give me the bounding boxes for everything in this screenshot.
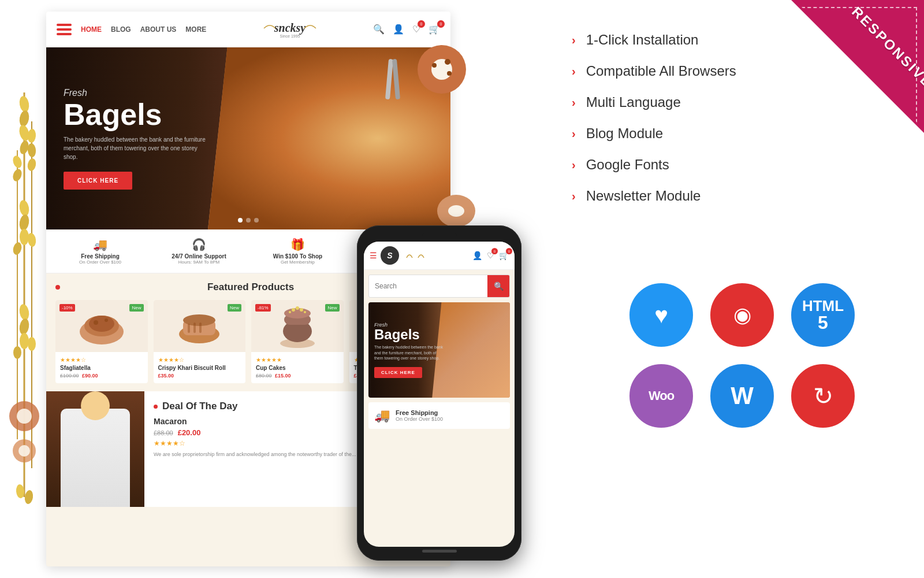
feature-text-6: Newsletter Module [586,188,701,204]
phone-feature-title: Free Shipping [396,409,443,416]
nav-home[interactable]: HOME [81,25,102,34]
tech-icons-grid: ♥ ◉ HTML 5 Woo W ↻ [629,283,855,428]
hero-cta-button[interactable]: CLICK HERE [64,172,132,190]
product-stars-1: ★★★★☆ [60,357,143,363]
tech-icon-html5[interactable]: HTML 5 [791,283,855,347]
camera-notch [422,232,457,238]
baker-body [61,409,130,507]
phone-hamburger-icon[interactable]: ☰ [370,251,377,260]
phone-hero-desc: The bakery huddled between the bank and … [374,344,444,361]
phone-search-input[interactable] [369,277,487,295]
product-stars-3: ★★★★★ [256,357,339,363]
shipping-icon: 🚚 [51,238,150,251]
svg-point-15 [12,242,23,256]
phone-logo-wheat [403,249,469,262]
svg-point-8 [12,168,24,182]
arrow-icon-6: › [572,190,576,203]
feature-text-5: Google Fonts [586,157,669,173]
feature-item-6: › Newsletter Module [572,188,849,204]
feature-text-2: Compatible All Browsers [586,63,736,79]
svg-point-12 [18,199,31,217]
hero-dots [238,218,259,223]
hamburger-button[interactable] [57,24,72,35]
phone-frame: ☰ S 👤 ♡ 0 🛒 0 [357,225,521,561]
hamburger-line [57,28,72,31]
phone-screen: ☰ S 👤 ♡ 0 🛒 0 [364,242,515,547]
bg-pastry-top [416,43,468,95]
svg-point-31 [445,59,450,65]
site-header: HOME BLOG ABOUT US MORE sncksy Since 199… [46,12,450,47]
search-icon[interactable]: 🔍 [373,24,385,35]
feature-text-3: Multi Language [586,94,681,110]
phone-search-button[interactable]: 🔍 [487,275,509,297]
new-price-2: £35.00 [158,373,174,379]
dot-inactive[interactable] [254,218,259,223]
html5-label: HTML 5 [802,298,844,332]
header-icons: 🔍 👤 ♡ 0 🛒 0 [373,24,440,35]
svg-point-55 [296,306,299,310]
nav-more[interactable]: MORE [185,25,206,34]
tech-icon-opencart[interactable]: ◉ [710,283,774,347]
svg-point-21 [28,337,36,351]
tech-icon-woo[interactable]: Woo [629,364,693,428]
svg-point-34 [448,205,464,217]
arrow-icon-3: › [572,96,576,109]
product-card-3[interactable]: -81% New ★★★★★ [251,300,344,383]
old-price-3: £80.00 [256,373,272,379]
tech-icon-prestashop[interactable]: ♥ [629,283,693,347]
nav-about[interactable]: ABOUT US [140,25,177,34]
phone-logo-s: S [381,246,399,265]
feature-win: 🎁 Win $100 To Shop Get Membership [248,238,347,265]
support-icon: 🎧 [150,238,248,251]
hero-content: Fresh Bagels The bakery huddled between … [46,88,208,190]
svg-point-30 [432,63,437,68]
product-price-3: £80.00 £15.00 [256,373,339,379]
svg-point-7 [12,154,24,169]
deal-new-price: £20.00 [178,428,201,437]
svg-point-25 [18,445,30,457]
cart-icon[interactable]: 🛒 0 [429,24,440,35]
phone-hero-title: Bagels [374,328,444,342]
product-badge-1: -10% [59,304,75,312]
svg-point-43 [105,318,108,322]
svg-point-20 [13,346,21,359]
user-icon[interactable]: 👤 [393,24,404,35]
tech-icon-magento[interactable]: ↻ [791,364,855,428]
phone-wishlist-icon[interactable]: ♡ 0 [487,251,494,260]
hero-banner: Fresh Bagels The bakery huddled between … [46,47,450,229]
svg-point-23 [17,409,32,424]
new-price-1: £90.00 [82,373,98,379]
hero-fresh-label: Fresh [64,88,208,98]
win-sub: Get Membership [248,260,347,265]
wishlist-icon[interactable]: ♡ 0 [412,24,420,35]
baker-head [81,391,110,420]
support-sub: Hours: 9AM To 8PM [150,260,248,265]
svg-point-57 [289,311,291,313]
product-card-2[interactable]: New ★★★★☆ Crispy Khari Biscuit Roll [154,300,246,383]
svg-rect-49 [199,323,202,333]
product-card-1[interactable]: -10% New ★★★★☆ Sfagliatella £100.00 [55,300,148,383]
phone-hero-btn[interactable]: CLICK HERE [374,367,422,378]
deal-section-title: Deal Of The Day [162,401,237,412]
nav-blog[interactable]: BLOG [111,25,131,34]
feature-support: 🎧 24/7 Online Support Hours: 9AM To 8PM [150,238,248,265]
dot-active[interactable] [238,218,243,223]
svg-point-17 [18,303,31,321]
feature-item-5: › Google Fonts [572,157,849,173]
product-info-3: ★★★★★ Cup Cakes £80.00 £15.00 [251,352,344,383]
product-name-3: Cup Cakes [256,365,339,371]
product-new-2: New [228,304,241,312]
site-nav: HOME BLOG ABOUT US MORE [81,25,206,34]
responsive-banner-container: RESPONSIVE [791,0,924,133]
dot-inactive[interactable] [246,218,251,223]
arrow-icon-4: › [572,127,576,140]
wishlist-badge: 0 [418,20,425,28]
phone-cart-icon[interactable]: 🛒 0 [499,251,509,260]
hero-title: Bagels [64,99,208,129]
tech-icon-wordpress[interactable]: W [710,364,774,428]
phone-hero-banner: Fresh Bagels The bakery huddled between … [368,302,510,398]
deal-dot [154,405,158,409]
svg-point-42 [94,320,98,325]
phone-user-icon[interactable]: 👤 [472,251,482,260]
product-price-1: £100.00 £90.00 [60,373,143,379]
